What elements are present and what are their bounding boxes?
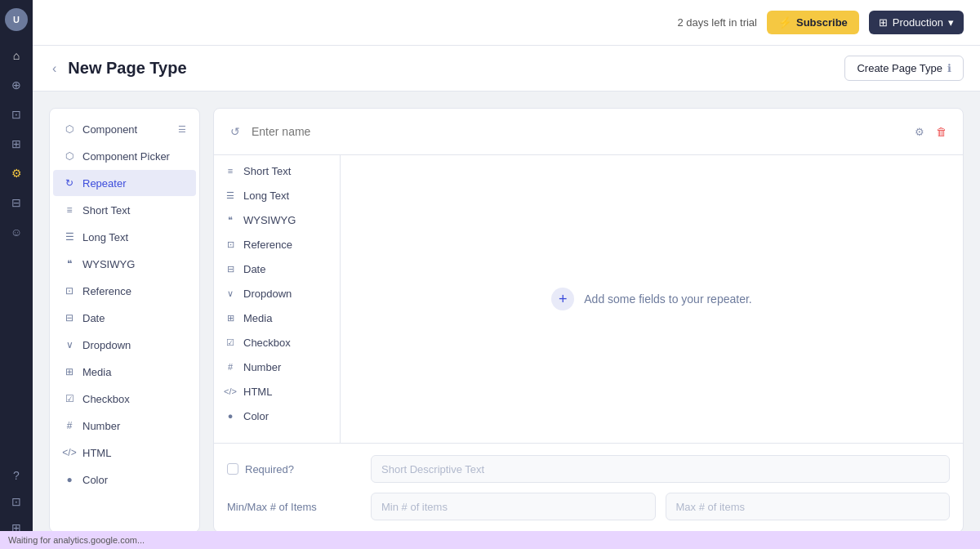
panel-item-repeater[interactable]: ↻ Repeater bbox=[53, 170, 196, 196]
min-items-input[interactable] bbox=[371, 493, 656, 520]
create-page-button[interactable]: Create Page Type ℹ bbox=[844, 56, 964, 81]
quote-icon: ❝ bbox=[224, 213, 237, 226]
refresh-icon: ↺ bbox=[230, 125, 240, 138]
settings-button[interactable]: ⚙ bbox=[911, 123, 928, 141]
media-icon: ⊞ bbox=[224, 311, 237, 324]
panel-item-color[interactable]: ● Color bbox=[53, 466, 196, 493]
panel-item-label: Color bbox=[82, 474, 108, 486]
color-icon: ● bbox=[63, 473, 76, 486]
content-area: ⬡ Component ☰ ⬡ Component Picker ↻ Repea… bbox=[33, 92, 980, 549]
dropdown-item-date[interactable]: ⊟ Date bbox=[214, 257, 340, 281]
media-icon: ⊞ bbox=[63, 365, 76, 378]
subscribe-icon: ⚡ bbox=[778, 16, 791, 29]
dropdown-overlay: ≡ Short Text ☰ Long Text ❝ WYSIWYG ⊡ Ref… bbox=[214, 155, 963, 443]
bottom-fields: Required? Min/Max # of Items bbox=[214, 443, 963, 532]
field-name-input[interactable] bbox=[252, 125, 903, 138]
panel-item-label: Short Text bbox=[82, 204, 130, 216]
avatar[interactable]: U bbox=[5, 8, 28, 31]
status-bar: Waiting for analytics.google.com... bbox=[0, 531, 980, 549]
chevron-down-icon: ▾ bbox=[948, 16, 954, 29]
panel-item-component-picker[interactable]: ⬡ Component Picker bbox=[53, 143, 196, 169]
color-icon: ● bbox=[224, 409, 237, 422]
list-icon: ☰ bbox=[224, 189, 237, 202]
panel-item-label: Reference bbox=[82, 285, 131, 297]
status-text: Waiting for analytics.google.com... bbox=[8, 535, 145, 545]
panel-item-label: Date bbox=[82, 312, 105, 324]
panel-item-label: Checkbox bbox=[82, 393, 130, 405]
minmax-row: Min/Max # of Items bbox=[227, 493, 950, 520]
dropdown-item-html[interactable]: </> HTML bbox=[214, 379, 340, 404]
sidebar-item-bookmark[interactable]: ⊕ bbox=[3, 72, 29, 98]
lines-icon: ≡ bbox=[224, 164, 237, 177]
panel-item-label: Component bbox=[82, 123, 137, 136]
descriptive-text-input[interactable] bbox=[371, 455, 950, 483]
dropdown-item-wysiwyg[interactable]: ❝ WYSIWYG bbox=[214, 208, 340, 232]
production-button[interactable]: ⊞ Production ▾ bbox=[869, 11, 964, 34]
panel-item-date[interactable]: ⊟ Date bbox=[53, 305, 196, 331]
field-area: ↺ ⚙ 🗑 bbox=[214, 109, 963, 155]
panel-item-label: Media bbox=[82, 366, 111, 378]
dropdown-item-checkbox[interactable]: ☑ Checkbox bbox=[214, 330, 340, 355]
sidebar-item-bug[interactable]: ⚙ bbox=[3, 160, 29, 186]
hash-icon: # bbox=[63, 419, 76, 432]
dropdown-item-reference[interactable]: ⊡ Reference bbox=[214, 232, 340, 257]
dropdown-item-dropdown[interactable]: ∨ Dropdown bbox=[214, 281, 340, 306]
add-field-button[interactable]: + bbox=[551, 288, 574, 310]
dropdown-icon: ∨ bbox=[63, 338, 76, 351]
puzzle-icon: ⬡ bbox=[63, 123, 76, 136]
required-checkbox[interactable] bbox=[227, 463, 238, 475]
minmax-label: Min/Max # of Items bbox=[227, 501, 358, 513]
panel-item-dropdown[interactable]: ∨ Dropdown bbox=[53, 332, 196, 358]
sidebar-item-box[interactable]: ⊟ bbox=[3, 190, 29, 216]
trash-icon: 🗑 bbox=[936, 126, 947, 138]
panel-item-reference[interactable]: ⊡ Reference bbox=[53, 278, 196, 304]
sidebar-item-pages[interactable]: ⊡ bbox=[3, 101, 29, 127]
dropdown-item-color[interactable]: ● Color bbox=[214, 404, 340, 428]
panel-item-html[interactable]: </> HTML bbox=[53, 440, 196, 466]
panel-item-number[interactable]: # Number bbox=[53, 413, 196, 439]
panel-item-media[interactable]: ⊞ Media bbox=[53, 359, 196, 385]
topbar: 2 days left in trial ⚡ Subscribe ⊞ Produ… bbox=[33, 0, 980, 46]
required-label: Required? bbox=[227, 463, 358, 475]
field-actions: ⚙ 🗑 bbox=[911, 123, 950, 141]
quote-icon: ❝ bbox=[63, 257, 76, 270]
reference-icon: ⊡ bbox=[224, 238, 237, 251]
delete-button[interactable]: 🗑 bbox=[933, 123, 950, 141]
checkbox-icon: ☑ bbox=[63, 392, 76, 405]
html-icon: </> bbox=[224, 385, 237, 398]
repeat-icon: ↻ bbox=[63, 176, 76, 190]
page-header: ‹ New Page Type Create Page Type ℹ bbox=[33, 46, 980, 92]
sidebar-item-settings[interactable]: ⊡ bbox=[3, 489, 29, 515]
panel-item-wysiwyg[interactable]: ❝ WYSIWYG bbox=[53, 251, 196, 277]
max-items-input[interactable] bbox=[666, 493, 951, 520]
subscribe-button[interactable]: ⚡ Subscribe bbox=[767, 11, 859, 34]
main-container: 2 days left in trial ⚡ Subscribe ⊞ Produ… bbox=[33, 0, 980, 549]
sidebar-item-home[interactable]: ⌂ bbox=[3, 42, 29, 69]
sidebar-item-grid[interactable]: ⊞ bbox=[3, 131, 29, 157]
header-left: ‹ New Page Type bbox=[49, 58, 187, 79]
panel-item-long-text[interactable]: ☰ Long Text bbox=[53, 224, 196, 250]
sidebar-item-help[interactable]: ? bbox=[3, 462, 29, 489]
dropdown-item-long-text[interactable]: ☰ Long Text bbox=[214, 183, 340, 208]
dropdown-list: ≡ Short Text ☰ Long Text ❝ WYSIWYG ⊡ Ref… bbox=[214, 155, 341, 443]
panel-item-label: Dropdown bbox=[82, 339, 131, 351]
info-icon: ℹ bbox=[947, 62, 951, 74]
calendar-icon: ⊟ bbox=[224, 262, 237, 275]
lines-icon: ≡ bbox=[63, 203, 76, 216]
panel-item-label: WYSIWYG bbox=[82, 258, 135, 270]
refresh-button[interactable]: ↺ bbox=[227, 122, 243, 141]
dropdown-item-media[interactable]: ⊞ Media bbox=[214, 306, 340, 330]
reference-icon: ⊡ bbox=[63, 284, 76, 297]
component-action-icon: ☰ bbox=[178, 124, 186, 135]
sidebar-item-users[interactable]: ☺ bbox=[3, 219, 29, 245]
html-icon: </> bbox=[63, 446, 76, 459]
panel-item-label: Long Text bbox=[82, 231, 128, 243]
dropdown-item-number[interactable]: # Number bbox=[214, 355, 340, 379]
back-button[interactable]: ‹ bbox=[49, 58, 60, 79]
panel-item-component[interactable]: ⬡ Component ☰ bbox=[53, 116, 196, 142]
required-row: Required? bbox=[227, 455, 950, 483]
panel-item-checkbox[interactable]: ☑ Checkbox bbox=[53, 386, 196, 412]
dropdown-item-short-text[interactable]: ≡ Short Text bbox=[214, 158, 340, 183]
gear-icon: ⚙ bbox=[915, 126, 924, 138]
panel-item-short-text[interactable]: ≡ Short Text bbox=[53, 197, 196, 223]
